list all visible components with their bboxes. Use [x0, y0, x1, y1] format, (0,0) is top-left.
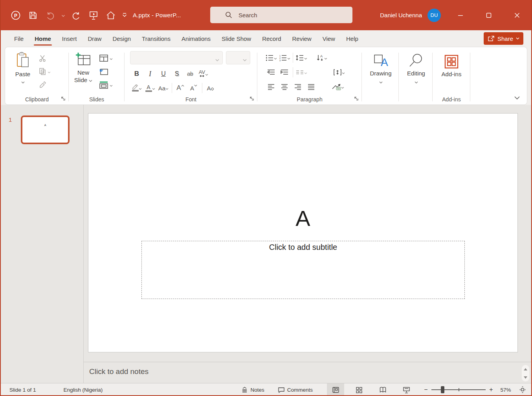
- tab-animations[interactable]: Animations: [176, 30, 216, 47]
- slide-indicator[interactable]: Slide 1 of 1: [6, 383, 40, 396]
- drawing-button[interactable]: A Drawing: [364, 50, 397, 85]
- new-slide-button[interactable]: New Slide: [71, 50, 95, 96]
- slideshow-view-button[interactable]: [398, 383, 415, 396]
- align-right-button[interactable]: [291, 81, 305, 93]
- share-button[interactable]: Share: [484, 32, 523, 45]
- tab-file[interactable]: File: [9, 30, 29, 47]
- align-left-icon: [267, 84, 275, 90]
- tab-review[interactable]: Review: [287, 30, 317, 47]
- zoom-slider-handle[interactable]: [441, 386, 444, 393]
- clipboard-dialog-launcher-icon[interactable]: [61, 95, 66, 103]
- increase-indent-button[interactable]: [278, 66, 291, 78]
- italic-button[interactable]: I: [143, 68, 157, 80]
- clear-formatting-button[interactable]: A: [204, 82, 217, 94]
- columns-button[interactable]: [295, 66, 308, 78]
- section-button[interactable]: [98, 79, 114, 90]
- grow-font-button[interactable]: A: [174, 82, 187, 94]
- notes-pane[interactable]: Click to add notes: [84, 362, 531, 383]
- zoom-out-button[interactable]: −: [420, 386, 431, 393]
- font-size-combobox[interactable]: [226, 51, 250, 64]
- search-box[interactable]: [210, 7, 352, 23]
- bold-button[interactable]: B: [130, 68, 143, 80]
- justify-button[interactable]: [305, 81, 318, 93]
- notes-toggle[interactable]: Notes: [237, 383, 268, 396]
- tab-view[interactable]: View: [317, 30, 341, 47]
- zoom-level[interactable]: 57%: [497, 387, 515, 393]
- home-icon[interactable]: [105, 9, 117, 22]
- paragraph-dialog-launcher-icon[interactable]: [354, 95, 359, 103]
- previous-slide-icon[interactable]: [523, 368, 528, 371]
- tab-transitions[interactable]: Transitions: [136, 30, 176, 47]
- reset-button[interactable]: [98, 66, 114, 77]
- start-slideshow-icon[interactable]: [87, 9, 100, 22]
- convert-to-smartart-button[interactable]: [331, 81, 345, 93]
- text-shadow-button[interactable]: S: [170, 68, 183, 80]
- align-text-button[interactable]: [332, 66, 346, 78]
- slide-sorter-view-button[interactable]: [350, 383, 368, 396]
- align-left-button[interactable]: [264, 81, 278, 93]
- decrease-indent-button[interactable]: [264, 66, 278, 78]
- tab-insert[interactable]: Insert: [57, 30, 83, 47]
- next-slide-icon[interactable]: [523, 376, 528, 379]
- tab-home[interactable]: Home: [29, 30, 57, 47]
- search-input[interactable]: [238, 12, 341, 18]
- comments-toggle[interactable]: Comments: [274, 383, 317, 396]
- highlight-color-button[interactable]: [130, 82, 143, 94]
- tab-slide-show[interactable]: Slide Show: [216, 30, 257, 47]
- format-painter-button[interactable]: [37, 79, 52, 90]
- font-name-chevron-icon: [215, 56, 219, 63]
- redo-icon[interactable]: [70, 9, 83, 22]
- font-dialog-launcher-icon[interactable]: [249, 95, 254, 103]
- language-indicator[interactable]: English (Nigeria): [60, 383, 107, 396]
- shrink-font-button[interactable]: A: [187, 82, 200, 94]
- reading-view-button[interactable]: [374, 383, 391, 396]
- powerpoint-window: P A.pptx - PowerP...: [0, 0, 532, 396]
- line-spacing-button[interactable]: [295, 52, 308, 64]
- user-name[interactable]: Daniel Uchenna: [380, 12, 422, 18]
- undo-icon[interactable]: [44, 9, 57, 22]
- subtitle-placeholder[interactable]: Click to add subtitle: [141, 241, 465, 299]
- tab-record[interactable]: Record: [257, 30, 286, 47]
- font-name-combobox[interactable]: [130, 51, 223, 64]
- character-spacing-button[interactable]: AV: [197, 68, 210, 80]
- user-avatar[interactable]: DU: [427, 9, 441, 22]
- maximize-button[interactable]: [480, 7, 497, 24]
- editing-button[interactable]: Editing: [401, 50, 431, 85]
- addins-button[interactable]: Add-ins: [435, 50, 468, 77]
- numbering-button[interactable]: 123: [278, 52, 291, 64]
- cut-button[interactable]: [37, 53, 52, 64]
- grow-font-glyph: A: [176, 84, 181, 92]
- slide-canvas[interactable]: A Click to add subtitle: [88, 113, 518, 352]
- character-spacing-chevron-icon: [205, 70, 208, 77]
- paste-button[interactable]: Paste: [11, 50, 35, 96]
- strikethrough-button[interactable]: ab: [183, 68, 197, 80]
- customize-toolbar-chevron-icon[interactable]: [122, 12, 127, 19]
- bullets-button[interactable]: [264, 52, 278, 64]
- line-spacing-chevron-icon: [304, 54, 307, 61]
- slide-title-text[interactable]: A: [88, 205, 517, 231]
- close-button[interactable]: [508, 7, 526, 24]
- fit-slide-to-window-button[interactable]: [515, 383, 530, 396]
- zoom-slider[interactable]: [431, 383, 486, 396]
- slide-scroll-buttons[interactable]: [522, 365, 529, 381]
- zoom-in-button[interactable]: +: [486, 386, 497, 393]
- save-icon[interactable]: [27, 9, 39, 22]
- layout-button[interactable]: [98, 53, 114, 64]
- search-icon: [225, 11, 232, 18]
- copy-button[interactable]: [37, 66, 52, 77]
- align-center-button[interactable]: [278, 81, 291, 93]
- undo-dropdown-chevron-icon[interactable]: [61, 12, 65, 19]
- collapse-ribbon-chevron-icon[interactable]: [514, 94, 520, 101]
- tab-design[interactable]: Design: [107, 30, 136, 47]
- minimize-button[interactable]: [452, 7, 469, 24]
- change-case-button[interactable]: Aa: [157, 82, 170, 94]
- tab-help[interactable]: Help: [341, 30, 364, 47]
- text-direction-button[interactable]: A: [315, 52, 328, 64]
- underline-button[interactable]: U: [157, 68, 170, 80]
- font-color-button[interactable]: A: [143, 82, 157, 94]
- title-bar: P A.pptx - PowerP...: [1, 0, 531, 30]
- powerpoint-logo-icon[interactable]: P: [9, 9, 22, 22]
- tab-draw[interactable]: Draw: [82, 30, 107, 47]
- slide-thumbnail[interactable]: A: [21, 116, 70, 144]
- normal-view-button[interactable]: [327, 383, 344, 396]
